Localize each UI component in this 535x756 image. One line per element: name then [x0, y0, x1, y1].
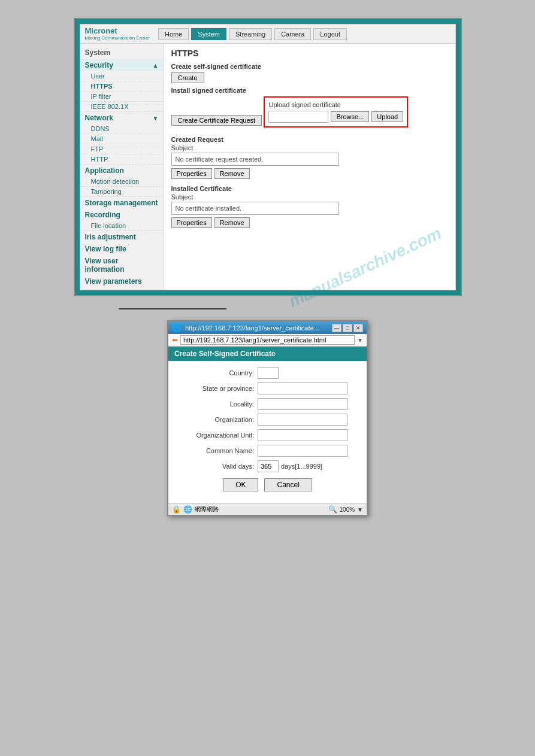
main-area: System Security ▲ User HTTPS IP filter I…	[80, 44, 455, 290]
sidebar-item-ddns[interactable]: DDNS	[80, 124, 164, 134]
status-globe-icon: 🌐	[183, 505, 192, 514]
maximize-button[interactable]: □	[343, 324, 352, 332]
ok-button[interactable]: OK	[223, 478, 258, 491]
logo-sub: Making Communication Easier	[85, 35, 150, 41]
dropdown-arrow-icon[interactable]: ▼	[357, 337, 363, 344]
form-row-locality: Locality:	[177, 398, 358, 410]
sidebar-item-mail[interactable]: Mail	[80, 134, 164, 144]
form-row-state: State or province:	[177, 382, 358, 394]
sidebar: System Security ▲ User HTTPS IP filter I…	[80, 44, 164, 290]
state-input[interactable]	[258, 382, 347, 394]
sidebar-item-http[interactable]: HTTP	[80, 154, 164, 165]
sidebar-item-ftp[interactable]: FTP	[80, 144, 164, 154]
sidebar-item-motion[interactable]: Motion detection	[80, 177, 164, 187]
nav-system[interactable]: System	[191, 28, 226, 40]
properties-button-1[interactable]: Properties	[171, 168, 212, 179]
org-label: Organization:	[177, 416, 258, 423]
status-lock-icon: 🔒	[172, 505, 181, 514]
validdays-hint: days[1...9999]	[281, 463, 322, 470]
form-row-commonname: Common Name:	[177, 445, 358, 457]
sidebar-section-viewuser[interactable]: View user information	[80, 255, 164, 275]
sidebar-section-recording[interactable]: Recording	[80, 209, 164, 221]
sidebar-section-security-label: Security	[85, 61, 113, 69]
address-input[interactable]	[180, 335, 355, 345]
statusbar-network-text: 網際網路	[195, 505, 219, 514]
commonname-label: Common Name:	[177, 447, 258, 454]
sidebar-item-filelocation[interactable]: File location	[80, 221, 164, 231]
orgunit-label: Organizational Unit:	[177, 432, 258, 439]
sidebar-section-viewlog-label: View log file	[85, 245, 126, 253]
remove-button-2[interactable]: Remove	[214, 217, 250, 228]
sidebar-network-arrow: ▼	[153, 115, 159, 122]
commonname-input[interactable]	[258, 445, 347, 457]
nav-logout[interactable]: Logout	[313, 28, 347, 40]
installed-cert-title: Installed Certificate	[171, 185, 448, 192]
nav-home[interactable]: Home	[158, 28, 189, 40]
zoom-arrow-icon[interactable]: ▼	[357, 506, 363, 513]
upload-button[interactable]: Upload	[371, 111, 403, 122]
sidebar-security-arrow: ▲	[153, 62, 159, 69]
file-input[interactable]	[268, 111, 328, 123]
bottom-screenshot: 🌐 http://192.168.7.123/lang1/server_cert…	[167, 320, 368, 516]
dialog-form: Country: State or province: Locality: Or…	[168, 361, 367, 503]
logo-name: Micronet	[85, 27, 150, 35]
upload-signed-label: Upload signed certificate	[268, 101, 403, 108]
validdays-label: Valid days:	[177, 463, 258, 470]
nav-bar: Micronet Making Communication Easier Hom…	[80, 25, 455, 44]
sidebar-section-network[interactable]: Network ▼	[80, 112, 164, 124]
install-signed-label: Install signed certificate	[171, 87, 448, 94]
form-row-country: Country:	[177, 367, 358, 379]
cancel-button[interactable]: Cancel	[264, 478, 312, 491]
locality-label: Locality:	[177, 400, 258, 408]
sidebar-item-ieee8021x[interactable]: IEEE 802.1X	[80, 102, 164, 112]
sidebar-section-viewlog[interactable]: View log file	[80, 243, 164, 255]
remove-button-1[interactable]: Remove	[214, 168, 250, 179]
window-titlebar: 🌐 http://192.168.7.123/lang1/server_cert…	[168, 321, 367, 334]
dialog-header: Create Self-Signed Certificate	[168, 347, 367, 361]
sidebar-item-user[interactable]: User	[80, 71, 164, 81]
window-title-area: 🌐 http://192.168.7.123/lang1/server_cert…	[172, 323, 319, 332]
org-input[interactable]	[258, 414, 347, 426]
nav-streaming[interactable]: Streaming	[229, 28, 272, 40]
state-label: State or province:	[177, 385, 258, 392]
window-controls: — □ ✕	[332, 324, 363, 332]
orgunit-input[interactable]	[258, 429, 347, 441]
create-cert-request-button[interactable]: Create Certificate Request	[171, 115, 262, 126]
upload-signed-box: Upload signed certificate Browse... Uplo…	[264, 96, 408, 127]
sidebar-section-iris[interactable]: Iris adjustment	[80, 231, 164, 243]
minimize-button[interactable]: —	[332, 324, 341, 332]
close-button[interactable]: ✕	[353, 324, 363, 332]
sidebar-section-viewuser-label: View user information	[85, 257, 159, 274]
installed-cert-btn-row: Properties Remove	[171, 217, 448, 228]
back-icon[interactable]: ⬅	[172, 336, 178, 344]
country-input[interactable]	[258, 367, 279, 379]
sidebar-section-network-label: Network	[85, 114, 113, 122]
create-button[interactable]: Create	[171, 72, 204, 83]
sidebar-section-security[interactable]: Security ▲	[80, 59, 164, 71]
form-row-org: Organization:	[177, 414, 358, 426]
validdays-input[interactable]	[258, 460, 279, 472]
sidebar-section-storage[interactable]: Storage management	[80, 197, 164, 209]
divider	[119, 308, 226, 309]
sidebar-item-ipfilter[interactable]: IP filter	[80, 92, 164, 102]
statusbar-left: 🔒 🌐 網際網路	[172, 505, 219, 514]
zoom-level: 100%	[340, 506, 355, 513]
sidebar-section-viewparams[interactable]: View parameters	[80, 275, 164, 287]
subject-label-1: Subject	[171, 144, 448, 151]
top-screenshot: Micronet Making Communication Easier Hom…	[74, 18, 462, 296]
sidebar-section-recording-label: Recording	[85, 211, 120, 219]
nav-camera[interactable]: Camera	[274, 28, 311, 40]
properties-button-2[interactable]: Properties	[171, 217, 212, 228]
locality-input[interactable]	[258, 398, 347, 410]
dialog-buttons: OK Cancel	[177, 478, 358, 491]
sidebar-item-tampering[interactable]: Tampering	[80, 187, 164, 197]
sidebar-section-application[interactable]: Application	[80, 165, 164, 177]
browse-button[interactable]: Browse...	[331, 111, 369, 122]
sidebar-system-label: System	[80, 46, 164, 59]
sidebar-section-viewparams-label: View parameters	[85, 277, 142, 286]
zoom-icon: 🔍	[328, 505, 337, 514]
subject-label-2: Subject	[171, 193, 448, 201]
form-row-orgunit: Organizational Unit:	[177, 429, 358, 441]
sidebar-item-https[interactable]: HTTPS	[80, 81, 164, 92]
browser-icon: 🌐	[172, 323, 182, 332]
